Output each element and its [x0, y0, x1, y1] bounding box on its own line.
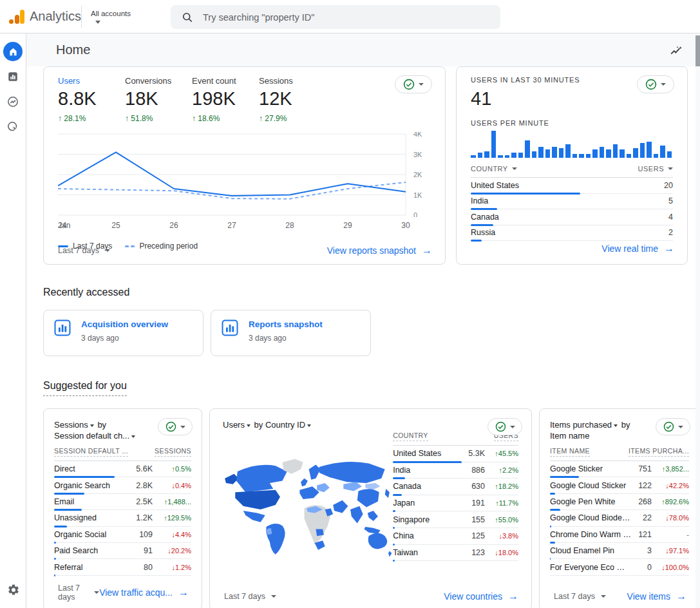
analytics-logo[interactable]: Analytics	[0, 9, 81, 24]
scrollbar-track[interactable]	[695, 33, 700, 608]
users-per-minute-chart	[471, 131, 673, 158]
date-range-picker[interactable]: Last 7 days	[58, 584, 99, 602]
page-title: Home	[56, 43, 90, 57]
compare-badge[interactable]	[656, 418, 690, 435]
row-value: 22	[631, 513, 652, 522]
metric-users[interactable]: Users8.8K↑ 28.1%	[58, 76, 108, 123]
row-delta: ↓42.2%	[652, 482, 689, 489]
compare-badge[interactable]	[395, 75, 432, 93]
row-value: 80	[128, 563, 153, 572]
metric-label: Sessions	[259, 76, 309, 86]
arrow-right-icon: →	[664, 243, 674, 254]
table-columns: SESSION DEFAULT ... SESSIONS	[54, 447, 191, 461]
page-header: Home	[26, 33, 700, 66]
row-label: Canada	[393, 482, 460, 491]
recent-card-reports-snapshot[interactable]: Reports snapshot 3 days ago	[211, 310, 371, 356]
dropdown-caret-icon[interactable]	[90, 424, 94, 427]
metric-event-count[interactable]: Event count198K↑ 18.6%	[192, 76, 242, 123]
svg-text:3K: 3K	[413, 151, 422, 158]
row-label: Canada	[471, 213, 646, 222]
table-row-taiwan: Taiwan123↓18.0%	[393, 545, 518, 562]
row-label: For Everyone Eco Ma...	[550, 563, 631, 572]
compare-badge[interactable]	[637, 75, 674, 93]
row-label: Taiwan	[393, 548, 460, 557]
view-traffic-acquisition-link[interactable]: View traffic acqu... →	[99, 587, 189, 598]
row-value: 109	[128, 530, 153, 539]
row-value: 91	[128, 546, 153, 555]
svg-text:4K: 4K	[413, 132, 422, 138]
row-label: Google Sticker	[550, 464, 631, 473]
dropdown-caret-icon[interactable]	[247, 424, 251, 427]
x-axis-labels: 24Jan252627282930	[58, 221, 406, 240]
metric-label: Event count	[192, 76, 242, 86]
minute-bar	[478, 153, 483, 158]
date-range-picker[interactable]: Last 7 days	[224, 592, 276, 601]
arrow-right-icon: →	[676, 591, 686, 602]
view-reports-snapshot-link[interactable]: View reports snapshot →	[327, 245, 432, 256]
date-range-picker[interactable]: Last 7 days	[554, 592, 606, 601]
x-tick: 26	[169, 221, 178, 230]
view-real-time-link[interactable]: View real time →	[601, 243, 674, 254]
compare-badge[interactable]	[487, 418, 522, 435]
value-bar	[471, 240, 482, 242]
explore-icon	[6, 95, 19, 108]
search-input[interactable]: Try searching "property ID"	[171, 5, 500, 29]
date-range-picker[interactable]: Last 7 days	[58, 246, 110, 255]
table-row-google-cloud-biodeg: Google Cloud Biodeg...22↓78.0%	[550, 510, 689, 526]
table-row-china: China125↓3.8%	[393, 528, 518, 545]
dropdown-caret-icon[interactable]	[307, 424, 311, 427]
minute-bar	[491, 131, 497, 158]
nav-reports[interactable]	[3, 67, 23, 86]
bar-chart-icon	[7, 71, 19, 82]
row-delta: -	[652, 531, 689, 538]
insights-button[interactable]	[669, 42, 683, 59]
row-value: 1.2K	[128, 513, 153, 522]
scrollbar-thumb[interactable]	[695, 35, 700, 66]
account-selector[interactable]: All accounts	[91, 10, 131, 24]
recent-card-acquisition-overview[interactable]: Acquisition overview 3 days ago	[43, 310, 203, 356]
value-bar	[393, 560, 395, 562]
row-value: 5.3K	[460, 449, 485, 458]
dropdown-caret-icon[interactable]	[131, 435, 135, 438]
minute-bar	[586, 154, 591, 158]
card-title: Users by Country ID	[223, 419, 518, 430]
row-value: 122	[631, 481, 652, 490]
view-items-link[interactable]: View items →	[627, 591, 686, 602]
metric-conversions[interactable]: Conversions18K↑ 51.8%	[125, 76, 175, 123]
nav-advertising[interactable]	[3, 117, 23, 137]
check-circle-icon	[663, 421, 674, 432]
minute-bar	[498, 155, 503, 158]
x-tick: 28	[285, 221, 294, 230]
nav-admin-settings[interactable]	[0, 584, 26, 596]
table-row-chrome-dino-warm-a: Chrome Dino Warm a...121-	[550, 527, 689, 543]
row-label: Chrome Dino Warm a...	[550, 530, 631, 539]
report-icon	[54, 319, 71, 336]
arrow-right-icon: →	[178, 587, 189, 598]
row-label: Organic Search	[54, 481, 128, 490]
insights-icon	[669, 44, 683, 59]
view-countries-link[interactable]: View countries →	[444, 591, 518, 602]
line-chart: 01K2K3K4K	[58, 132, 431, 217]
nav-home[interactable]	[3, 42, 23, 61]
minute-bar	[592, 149, 598, 158]
minute-bar	[532, 151, 537, 158]
nav-explore[interactable]	[3, 92, 23, 111]
dropdown-caret-icon[interactable]	[614, 424, 618, 427]
row-delta: ↑55.0%	[485, 516, 518, 524]
row-value: 3	[631, 546, 652, 555]
metric-value: 18K	[125, 88, 175, 109]
users-per-minute-label: USERS PER MINUTE	[471, 119, 673, 127]
chevron-down-icon	[678, 426, 683, 428]
chevron-down-icon	[95, 21, 100, 24]
sort-users[interactable]: USERS	[638, 165, 673, 173]
sort-country[interactable]: COUNTRY	[471, 165, 517, 173]
minute-bar	[525, 140, 530, 158]
recently-accessed-section: Recently accessed Acquisition overview 3…	[43, 287, 700, 356]
metric-sessions[interactable]: Sessions12K↑ 27.9%	[259, 76, 309, 123]
row-delta: ↑2.2%	[485, 466, 518, 474]
overview-card: Users8.8K↑ 28.1%Conversions18K↑ 51.8%Eve…	[43, 66, 446, 265]
minute-bar	[667, 151, 672, 158]
compare-badge[interactable]	[158, 418, 193, 435]
table-row-india: India5	[471, 194, 673, 210]
row-value: 5	[646, 196, 673, 205]
